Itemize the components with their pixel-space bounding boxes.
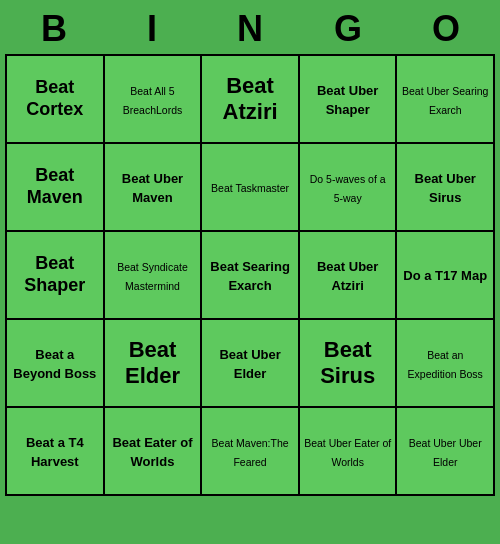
bingo-title: B I N G O [5, 0, 495, 54]
cell-r4-c3: Beat Uber Eater of Worlds [299, 407, 397, 495]
cell-r2-c1: Beat Syndicate Mastermind [104, 231, 202, 319]
cell-r4-c1: Beat Eater of Worlds [104, 407, 202, 495]
cell-r2-c0: Beat Shaper [6, 231, 104, 319]
cell-r3-c4: Beat an Expedition Boss [396, 319, 494, 407]
cell-r4-c4: Beat Uber Uber Elder [396, 407, 494, 495]
cell-r1-c4: Beat Uber Sirus [396, 143, 494, 231]
cell-r3-c1: Beat Elder [104, 319, 202, 407]
cell-r0-c2: Beat Atziri [201, 55, 299, 143]
cell-r3-c3: Beat Sirus [299, 319, 397, 407]
cell-r0-c1: Beat All 5 BreachLords [104, 55, 202, 143]
cell-r4-c0: Beat a T4 Harvest [6, 407, 104, 495]
letter-i: I [108, 8, 196, 50]
cell-r1-c2: Beat Taskmaster [201, 143, 299, 231]
letter-o: O [402, 8, 490, 50]
cell-r0-c0: Beat Cortex [6, 55, 104, 143]
cell-r1-c1: Beat Uber Maven [104, 143, 202, 231]
cell-r0-c3: Beat Uber Shaper [299, 55, 397, 143]
cell-r2-c4: Do a T17 Map [396, 231, 494, 319]
cell-r3-c0: Beat a Beyond Boss [6, 319, 104, 407]
cell-r4-c2: Beat Maven:The Feared [201, 407, 299, 495]
cell-r3-c2: Beat Uber Elder [201, 319, 299, 407]
cell-r2-c3: Beat Uber Atziri [299, 231, 397, 319]
cell-r0-c4: Beat Uber Searing Exarch [396, 55, 494, 143]
cell-r1-c3: Do 5-waves of a 5-way [299, 143, 397, 231]
letter-b: B [10, 8, 98, 50]
bingo-grid: Beat CortexBeat All 5 BreachLordsBeat At… [5, 54, 495, 496]
cell-r2-c2: Beat Searing Exarch [201, 231, 299, 319]
letter-n: N [206, 8, 294, 50]
letter-g: G [304, 8, 392, 50]
cell-r1-c0: Beat Maven [6, 143, 104, 231]
